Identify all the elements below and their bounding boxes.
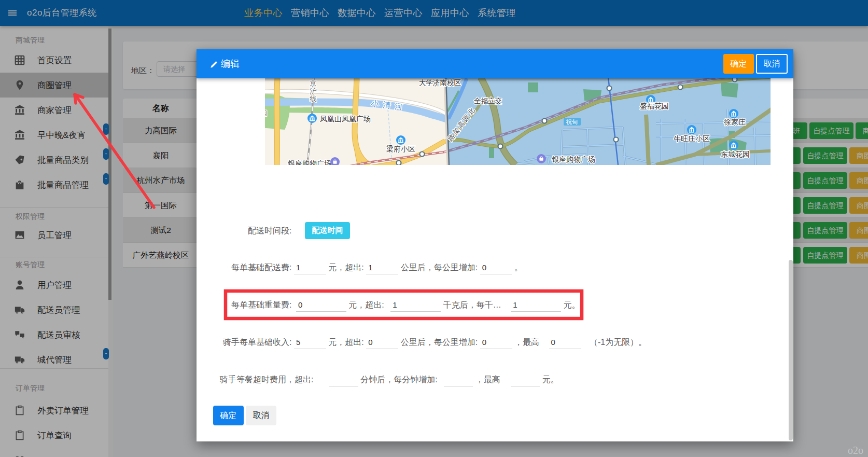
rider-income-text-1: 元，超出:: [328, 338, 363, 347]
watermark: o2o: [848, 445, 863, 456]
weight-fee-input-1[interactable]: [296, 299, 346, 312]
modal-confirm-button[interactable]: 确定: [723, 54, 754, 74]
rider-income-input-4[interactable]: [549, 337, 581, 349]
map-label-quanfu: 全福立交: [474, 97, 502, 105]
base-fee-text-1: 元，超出:: [328, 263, 363, 272]
base-fee-input-2[interactable]: [366, 262, 398, 274]
form-confirm-button[interactable]: 确定: [213, 406, 244, 425]
weight-fee-input-2[interactable]: [390, 299, 441, 312]
rider-wait-input-1[interactable]: [329, 374, 358, 386]
rider-wait-input-2[interactable]: [444, 374, 473, 386]
rider-income-text-3: ，最高: [514, 338, 539, 347]
base-fee-input-3[interactable]: [480, 262, 512, 274]
rider-wait-row: 骑手等餐超时费用，超出: 分钟后，每分钟增加: ，最高 元。: [220, 374, 559, 386]
modal-body: 祝甸京沪线园小清河大学济南校区全福立交北园高架路凤凰山凤凰广场梁府小区银座购物广…: [197, 78, 793, 441]
map-label-yinzuo-left: 银座购物广场: [288, 159, 331, 165]
weight-fee-text-1: 元，超出:: [348, 300, 384, 309]
rider-income-input-1[interactable]: [294, 337, 326, 349]
rider-wait-text-1: 分钟后，每分钟增加:: [360, 375, 437, 384]
rider-income-text-4: （-1为无限）。: [590, 338, 647, 347]
map-label-shengfu: 盛福花园: [640, 102, 669, 110]
weight-fee-text-2: 千克后，每千…: [443, 300, 501, 309]
base-fee-text-3: 。: [514, 263, 523, 272]
map-label-dongcheng: 东城花园: [721, 150, 750, 158]
rider-income-label: 骑手每单基础收入:: [223, 338, 291, 347]
modal-cancel-button[interactable]: 取消: [756, 54, 788, 74]
weight-fee-text-3: 元。: [564, 300, 580, 309]
map-label-niuwang: 牛旺庄小区: [674, 134, 710, 143]
delivery-time-button[interactable]: 配送时间: [305, 222, 350, 239]
rider-income-text-2: 公里后，每公里增加:: [401, 338, 478, 347]
map-label-fenghuang: 凤凰山凤凰广场: [320, 115, 371, 123]
rider-wait-label: 骑手等餐超时费用，超出:: [220, 375, 313, 384]
modal-scrollbar-thumb[interactable]: [789, 260, 793, 440]
rider-wait-text-2: ，最高: [475, 375, 500, 384]
weight-fee-label: 每单基础重量费:: [231, 300, 291, 309]
map-label-zhudian: 祝甸: [566, 119, 578, 125]
pencil-icon: [210, 61, 218, 68]
map-label-rail: 线: [310, 95, 317, 103]
delivery-time-label: 配送时间段:: [248, 226, 291, 235]
rider-wait-input-3[interactable]: [511, 374, 540, 386]
map[interactable]: 祝甸京沪线园小清河大学济南校区全福立交北园高架路凤凰山凤凰广场梁府小区银座购物广…: [265, 78, 771, 165]
base-fee-label: 每单基础配送费:: [231, 263, 291, 272]
map-label-liangfu: 梁府小区: [386, 145, 415, 153]
modal-title: 编辑: [221, 49, 240, 78]
base-fee-text-2: 公里后，每公里增加:: [401, 263, 478, 272]
rider-income-row: 骑手每单基础收入: 元，超出: 公里后，每公里增加: ，最高 （-1为无限）。: [223, 337, 647, 349]
delivery-time-row: 配送时间段: 配送时间: [248, 226, 291, 237]
rider-income-input-3[interactable]: [480, 337, 512, 349]
base-fee-row: 每单基础配送费: 元，超出: 公里后，每公里增加: 。: [231, 262, 523, 274]
rider-wait-text-3: 元。: [542, 375, 559, 384]
map-label-rail: 沪: [310, 87, 317, 95]
map-label-yinzuo-right: 银座购物广场: [552, 155, 595, 163]
modal-header: 编辑 确定 取消: [197, 49, 793, 78]
map-label-park: 园: [265, 109, 267, 117]
map-label-xujiazhuang: 徐家庄: [724, 118, 746, 126]
edit-modal: 编辑 确定 取消 祝甸京沪线园小清河大学济南校区全福立交北园高架路凤凰山凤凰广场…: [197, 49, 793, 441]
form-cancel-button[interactable]: 取消: [246, 406, 276, 425]
weight-fee-row: 每单基础重量费: 元，超出: 千克后，每千… 元。: [231, 299, 580, 312]
rider-income-input-2[interactable]: [366, 337, 398, 349]
weight-fee-input-3[interactable]: [511, 299, 561, 312]
base-fee-input-1[interactable]: [294, 262, 326, 274]
